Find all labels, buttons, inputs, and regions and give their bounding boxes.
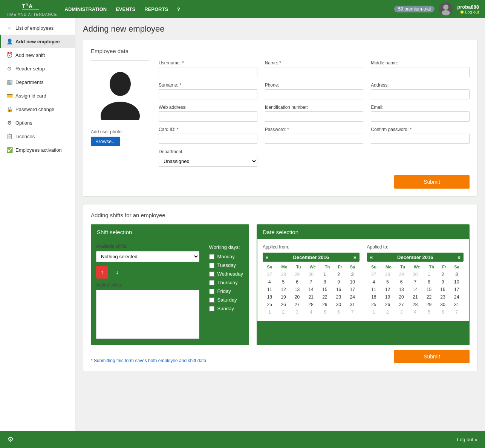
phone-input[interactable] xyxy=(265,89,364,99)
cal-day-cell[interactable]: 16 xyxy=(436,286,450,293)
address-input[interactable] xyxy=(371,89,470,99)
employee-submit-button[interactable]: Submit xyxy=(394,175,470,189)
cal-day-cell[interactable]: 29 xyxy=(395,271,409,278)
cal-day-cell[interactable]: 22 xyxy=(318,293,332,301)
sunday-checkbox[interactable] xyxy=(209,306,214,311)
cal-day-cell[interactable]: 17 xyxy=(346,286,360,293)
middle-name-input[interactable] xyxy=(371,67,470,77)
cal-day-cell[interactable]: 9 xyxy=(332,278,346,286)
cal-day-cell[interactable]: 4 xyxy=(263,278,277,286)
surname-input[interactable] xyxy=(159,89,257,99)
nav-events[interactable]: EVENTS xyxy=(116,5,135,14)
cal-day-cell[interactable]: 2 xyxy=(277,308,291,316)
cal-day-cell[interactable]: 7 xyxy=(346,308,360,316)
sidebar-item-password-change[interactable]: 🔒 Password change xyxy=(0,102,75,116)
sidebar-item-add-employee[interactable]: 👤 Add new employee xyxy=(0,35,75,48)
cal-day-cell[interactable]: 18 xyxy=(367,293,381,301)
cal-day-cell[interactable]: 28 xyxy=(277,271,291,278)
shifts-submit-button[interactable]: Submit xyxy=(394,350,470,363)
cal-day-cell[interactable]: 27 xyxy=(367,271,381,278)
shift-dropdown[interactable]: Nothing selected xyxy=(96,251,199,262)
cal-day-cell[interactable]: 28 xyxy=(304,301,318,308)
cal-day-cell[interactable]: 31 xyxy=(346,301,360,308)
cal-day-cell[interactable]: 26 xyxy=(381,301,395,308)
cal-day-cell[interactable]: 7 xyxy=(304,278,318,286)
cal-day-cell[interactable]: 10 xyxy=(346,278,360,286)
added-shifts-textarea[interactable] xyxy=(96,290,199,339)
cal-day-cell[interactable]: 8 xyxy=(422,278,436,286)
cal-day-cell[interactable]: 15 xyxy=(318,286,332,293)
cal-day-cell[interactable]: 1 xyxy=(318,271,332,278)
cal-day-cell[interactable]: 25 xyxy=(367,301,381,308)
browse-button[interactable]: Browse... xyxy=(91,137,120,146)
cal-day-cell[interactable]: 25 xyxy=(263,301,277,308)
cal-day-cell[interactable]: 31 xyxy=(450,301,464,308)
cal-day-cell[interactable]: 22 xyxy=(422,293,436,301)
cal-day-cell[interactable]: 21 xyxy=(304,293,318,301)
cal-day-cell[interactable]: 17 xyxy=(450,286,464,293)
tuesday-checkbox[interactable] xyxy=(209,263,214,268)
sidebar-item-reader-setup[interactable]: ⊙ Reader setup xyxy=(0,62,75,75)
sidebar-item-add-shift[interactable]: ⏰ Add new shift xyxy=(0,48,75,62)
cal-day-cell[interactable]: 19 xyxy=(277,293,291,301)
cal-day-cell[interactable]: 23 xyxy=(332,293,346,301)
cal-day-cell[interactable]: 12 xyxy=(277,286,291,293)
cal-day-cell[interactable]: 7 xyxy=(450,308,464,316)
cal-day-cell[interactable]: 27 xyxy=(263,271,277,278)
cal-day-cell[interactable]: 27 xyxy=(395,301,409,308)
cal-day-cell[interactable]: 10 xyxy=(450,278,464,286)
cal-day-cell[interactable]: 12 xyxy=(381,286,395,293)
wednesday-checkbox[interactable] xyxy=(209,271,214,277)
cal-to-prev[interactable]: « xyxy=(370,254,373,260)
footer-logout[interactable]: Log out » xyxy=(457,437,477,442)
cal-day-cell[interactable]: 11 xyxy=(263,286,277,293)
nav-reports[interactable]: REPORTS xyxy=(144,5,168,14)
cal-day-cell[interactable]: 6 xyxy=(395,278,409,286)
cal-day-cell[interactable]: 23 xyxy=(436,293,450,301)
cal-day-cell[interactable]: 16 xyxy=(332,286,346,293)
cal-day-cell[interactable]: 5 xyxy=(381,278,395,286)
cal-day-cell[interactable]: 26 xyxy=(277,301,291,308)
cal-day-cell[interactable]: 21 xyxy=(408,293,422,301)
cal-day-cell[interactable]: 8 xyxy=(318,278,332,286)
cal-day-cell[interactable]: 30 xyxy=(436,301,450,308)
sidebar-item-departments[interactable]: 🏢 Departments xyxy=(0,75,75,89)
sidebar-item-licences[interactable]: 📋 Licences xyxy=(0,130,75,143)
username-input[interactable] xyxy=(159,67,257,77)
email-input[interactable] xyxy=(371,111,470,122)
cal-day-cell[interactable]: 9 xyxy=(436,278,450,286)
cal-to-next[interactable]: » xyxy=(457,254,461,260)
web-address-input[interactable] xyxy=(159,111,257,122)
monday-checkbox[interactable] xyxy=(209,254,214,259)
cal-day-cell[interactable]: 11 xyxy=(367,286,381,293)
friday-checkbox[interactable] xyxy=(209,289,214,294)
cal-day-cell[interactable]: 30 xyxy=(304,271,318,278)
name-input[interactable] xyxy=(265,67,364,77)
cal-day-cell[interactable]: 28 xyxy=(381,271,395,278)
cal-day-cell[interactable]: 1 xyxy=(263,308,277,316)
cal-day-cell[interactable]: 5 xyxy=(277,278,291,286)
cal-day-cell[interactable]: 3 xyxy=(395,308,409,316)
cal-day-cell[interactable]: 5 xyxy=(422,308,436,316)
cal-day-cell[interactable]: 29 xyxy=(318,301,332,308)
cal-day-cell[interactable]: 3 xyxy=(290,308,304,316)
cal-from-prev[interactable]: « xyxy=(266,254,269,260)
cal-day-cell[interactable]: 6 xyxy=(332,308,346,316)
shift-down-button[interactable]: ↓ xyxy=(111,266,123,279)
sidebar-item-list-employees[interactable]: ≡ List of employees xyxy=(0,21,75,35)
card-id-input[interactable] xyxy=(159,134,257,144)
sidebar-item-assign-card[interactable]: 💳 Assign id card xyxy=(0,89,75,102)
sidebar-item-options[interactable]: ⚙ Options xyxy=(0,116,75,130)
cal-day-cell[interactable]: 29 xyxy=(422,301,436,308)
cal-day-cell[interactable]: 27 xyxy=(290,301,304,308)
cal-day-cell[interactable]: 5 xyxy=(318,308,332,316)
cal-day-cell[interactable]: 18 xyxy=(263,293,277,301)
cal-day-cell[interactable]: 20 xyxy=(290,293,304,301)
cal-day-cell[interactable]: 29 xyxy=(290,271,304,278)
department-select[interactable]: Unassigned xyxy=(159,156,257,167)
saturday-checkbox[interactable] xyxy=(209,297,214,303)
cal-day-cell[interactable]: 15 xyxy=(422,286,436,293)
cal-day-cell[interactable]: 2 xyxy=(436,271,450,278)
cal-day-cell[interactable]: 3 xyxy=(346,271,360,278)
sidebar-item-employees-activation[interactable]: ✅ Employees activation xyxy=(0,143,75,157)
